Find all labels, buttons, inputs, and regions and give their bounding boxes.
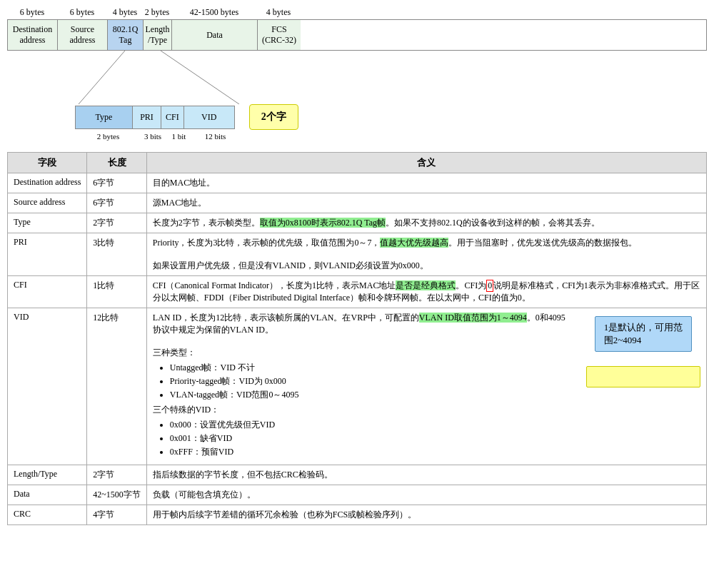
byte-label-4: 42-1500 bytes <box>171 7 257 18</box>
list-item: 0x000：设置优先级但无VID <box>170 419 572 431</box>
length-cfi: 1比特 <box>87 276 147 308</box>
field-vid: VID <box>8 308 87 465</box>
field-type: Type <box>8 213 87 233</box>
byte-label-3: 2 bytes <box>143 7 171 18</box>
meaning-crc: 用于帧内后续字节差错的循环冗余检验（也称为FCS或帧检验序列）。 <box>146 505 706 525</box>
tag-box-pri: PRI <box>133 106 161 128</box>
length-type: 2字节 <box>87 213 147 233</box>
highlight-cfi-2: 0 <box>486 280 493 292</box>
highlight-type: 取值为0x8100时表示802.1Q Tag帧 <box>260 218 386 228</box>
length-data: 42~1500字节 <box>87 485 147 505</box>
field-length-type: Length/Type <box>8 465 87 485</box>
table-row: Data 42~1500字节 负载（可能包含填充位）。 <box>8 485 707 505</box>
table-row: CRC 4字节 用于帧内后续字节差错的循环冗余检验（也称为FCS或帧检验序列）。 <box>8 505 707 525</box>
frame-box-fcs: FCS (CRC-32) <box>258 20 301 50</box>
frame-box-tag: 802.1Q Tag <box>108 20 144 50</box>
table-row: CFI 1比特 CFI（Canonical Format Indicator），… <box>8 276 707 308</box>
field-pri: PRI <box>8 233 87 276</box>
length-crc: 4字节 <box>87 505 147 525</box>
meaning-dst: 目的MAC地址。 <box>146 173 706 193</box>
meaning-vid: LAN ID，长度为12比特，表示该帧所属的VLAN。在VRP中，可配置的VLA… <box>146 308 706 465</box>
frame-box-length: Length /Type <box>144 20 172 50</box>
svg-line-1 <box>161 51 239 104</box>
length-vid: 12比特 <box>87 308 147 465</box>
frame-boxes: Destination address Source address 802.1… <box>7 19 707 51</box>
meaning-data: 负载（可能包含填充位）。 <box>146 485 706 505</box>
connector-svg <box>7 51 364 104</box>
length-dst: 6字节 <box>87 173 147 193</box>
byte-label-5: 4 bytes <box>257 7 300 18</box>
byte-label-1: 6 bytes <box>57 7 107 18</box>
meaning-pri: Priority，长度为3比特，表示帧的优先级，取值范围为0～7，值越大优先级越… <box>146 233 706 276</box>
connector-area <box>7 51 707 104</box>
table-row: PRI 3比特 Priority，长度为3比特，表示帧的优先级，取值范围为0～7… <box>8 233 707 276</box>
note-box-yellow-wrapper <box>586 363 700 390</box>
field-src: Source address <box>8 193 87 213</box>
table-row: Length/Type 2字节 指后续数据的字节长度，但不包括CRC检验码。 <box>8 465 707 485</box>
byte-labels: 6 bytes 6 bytes 4 bytes 2 bytes 42-1500 … <box>7 7 707 18</box>
field-crc: CRC <box>8 505 87 525</box>
meaning-type: 长度为2字节，表示帧类型。取值为0x8100时表示802.1Q Tag帧。如果不… <box>146 213 706 233</box>
tag-sublabel-type: 2 bytes <box>79 132 138 141</box>
byte-label-2: 4 bytes <box>107 7 143 18</box>
tag-expansion: Type PRI CFI VID 2个字 <box>75 104 707 130</box>
tag-box-type: Type <box>76 106 133 128</box>
field-data: Data <box>8 485 87 505</box>
col-header-meaning: 含义 <box>146 153 706 173</box>
list-item: 0x001：缺省VID <box>170 432 572 445</box>
two-bytes-note: 2个字 <box>249 104 298 130</box>
highlight-pri: 值越大优先级越高 <box>380 238 448 248</box>
list-item: 0xFFF：预留VID <box>170 446 572 458</box>
frame-box-data: Data <box>172 20 258 50</box>
col-header-length: 长度 <box>87 153 147 173</box>
special-vids-list: 0x000：设置优先级但无VID 0x001：缺省VID 0xFFF：预留VID <box>170 419 572 458</box>
list-item: VLAN-tagged帧：VID范围0～4095 <box>170 389 572 401</box>
meaning-length-type: 指后续数据的字节长度，但不包括CRC检验码。 <box>146 465 706 485</box>
main-table: 字段 长度 含义 Destination address 6字节 目的MAC地址… <box>7 152 707 525</box>
tag-box-cfi: CFI <box>161 106 184 128</box>
highlight-vid: VLAN ID取值范围为1～4094 <box>419 313 527 323</box>
highlight-cfi-1: 是否是经典格式 <box>396 280 456 290</box>
tag-boxes: Type PRI CFI VID <box>75 106 235 129</box>
tag-sublabel-vid: 12 bits <box>190 132 241 141</box>
col-header-field: 字段 <box>8 153 87 173</box>
frame-diagram: 6 bytes 6 bytes 4 bytes 2 bytes 42-1500 … <box>7 7 707 141</box>
vid-types-list: Untagged帧：VID 不计 Priority-tagged帧：VID为 0… <box>170 362 572 401</box>
length-src: 6字节 <box>87 193 147 213</box>
list-item: Untagged帧：VID 不计 <box>170 362 572 374</box>
table-row: Destination address 6字节 目的MAC地址。 <box>8 173 707 193</box>
tag-box-vid: VID <box>184 106 234 128</box>
list-item: Priority-tagged帧：VID为 0x000 <box>170 375 572 387</box>
length-pri: 3比特 <box>87 233 147 276</box>
meaning-cfi: CFI（Canonical Format Indicator），长度为1比特，表… <box>146 276 706 308</box>
vid-text: LAN ID，长度为12比特，表示该帧所属的VLAN。在VRP中，可配置的VLA… <box>153 312 572 461</box>
tag-sublabels: 2 bytes 3 bits 1 bit 12 bits <box>79 132 707 141</box>
vid-content: LAN ID，长度为12比特，表示该帧所属的VLAN。在VRP中，可配置的VLA… <box>153 312 700 461</box>
byte-label-0: 6 bytes <box>7 7 57 18</box>
frame-box-src: Source address <box>58 20 108 50</box>
length-length-type: 2字节 <box>87 465 147 485</box>
note-box-blue: 1是默认的，可用范围2~4094 <box>595 316 693 352</box>
tag-sublabel-pri: 3 bits <box>138 132 168 141</box>
tag-sublabel-cfi: 1 bit <box>168 132 190 141</box>
vid-notes: 1是默认的，可用范围2~4094 <box>586 312 700 390</box>
svg-line-0 <box>79 51 125 104</box>
table-row: VID 12比特 LAN ID，长度为12比特，表示该帧所属的VLAN。在VRP… <box>8 308 707 465</box>
field-cfi: CFI <box>8 276 87 308</box>
table-row: Type 2字节 长度为2字节，表示帧类型。取值为0x8100时表示802.1Q… <box>8 213 707 233</box>
table-header-row: 字段 长度 含义 <box>8 153 707 173</box>
frame-box-dst: Destination address <box>8 20 58 50</box>
meaning-src: 源MAC地址。 <box>146 193 706 213</box>
field-dst: Destination address <box>8 173 87 193</box>
table-row: Source address 6字节 源MAC地址。 <box>8 193 707 213</box>
note-box-yellow <box>586 366 700 387</box>
